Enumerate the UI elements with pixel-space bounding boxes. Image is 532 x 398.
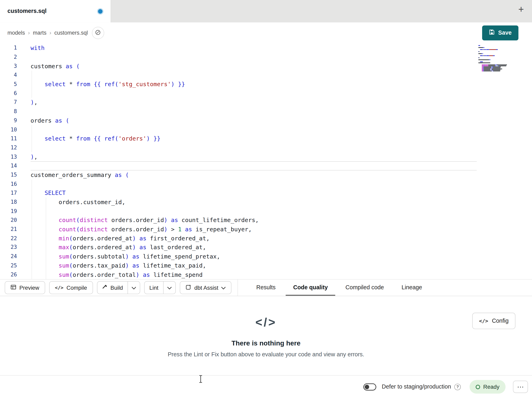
build-split-button: Build xyxy=(97,281,140,294)
panel-tabs: Results Code quality Compiled code Linea… xyxy=(247,280,431,296)
code-text[interactable] xyxy=(31,71,477,80)
editor-toolbar: Preview </> Compile Build Lint xyxy=(0,279,532,296)
code-line[interactable]: 8 xyxy=(0,107,532,116)
save-button[interactable]: Save xyxy=(482,26,519,40)
code-text[interactable] xyxy=(31,179,477,189)
empty-state-title: There is nothing here xyxy=(232,339,300,347)
code-line[interactable]: 25 sum(orders.tax_paid) as lifetime_tax_… xyxy=(0,261,532,270)
dbt-assist-label: dbt Assist xyxy=(194,284,218,291)
code-text[interactable]: count(distinct orders.order_id) as count… xyxy=(31,215,477,225)
code-line[interactable]: 3customers as ( xyxy=(0,62,532,71)
code-editor[interactable]: 1with23customers as (45 select * from {{… xyxy=(0,44,532,279)
code-text[interactable]: ), xyxy=(31,152,477,161)
panel-tab-compiled-code[interactable]: Compiled code xyxy=(337,280,393,296)
code-line[interactable]: 10 xyxy=(0,125,532,134)
line-number: 2 xyxy=(0,54,17,60)
panel-tab-code-quality[interactable]: Code quality xyxy=(285,280,337,296)
code-line[interactable]: 7), xyxy=(0,98,532,107)
code-line[interactable]: 2 xyxy=(0,52,532,62)
lint-split-button: Lint xyxy=(144,281,176,294)
code-text[interactable]: SELECT xyxy=(31,189,477,197)
minimap[interactable] xyxy=(478,45,509,72)
line-number: 12 xyxy=(0,144,17,150)
line-number: 18 xyxy=(0,199,17,205)
breadcrumb-models[interactable]: models xyxy=(7,30,25,36)
panel-tab-lineage[interactable]: Lineage xyxy=(393,280,431,296)
code-text[interactable]: ), xyxy=(31,98,477,107)
dbt-assist-button[interactable]: dbt Assist xyxy=(180,281,232,294)
code-line[interactable]: 16 xyxy=(0,179,532,189)
code-text[interactable]: with xyxy=(31,44,477,52)
code-line[interactable]: 1with xyxy=(0,44,532,52)
code-line[interactable]: 20 count(distinct orders.order_id) as co… xyxy=(0,215,532,225)
code-line[interactable]: 11 select * from {{ ref('orders') }} xyxy=(0,134,532,143)
unsaved-indicator-dot xyxy=(98,9,103,13)
hammer-icon xyxy=(102,284,108,291)
code-text[interactable]: orders as ( xyxy=(31,116,477,125)
code-line[interactable]: 23 max(orders.ordered_at) as last_ordere… xyxy=(0,243,532,252)
defer-toggle[interactable] xyxy=(363,383,376,390)
code-text[interactable]: select * from {{ ref('orders') }} xyxy=(31,134,477,143)
code-line[interactable]: 12 xyxy=(0,143,532,152)
line-number: 7 xyxy=(0,99,17,105)
lint-label: Lint xyxy=(149,284,158,291)
code-line[interactable]: 4 xyxy=(0,71,532,80)
save-label: Save xyxy=(498,30,512,36)
overflow-menu-button[interactable]: ⋯ xyxy=(513,381,528,393)
code-text[interactable]: sum(orders.tax_paid) as lifetime_tax_pai… xyxy=(31,261,477,270)
code-text[interactable] xyxy=(31,125,477,134)
tab-customers-sql[interactable]: customers.sql xyxy=(0,0,111,22)
code-text[interactable]: sum(orders.order_total) as lifetime_spen… xyxy=(31,270,477,279)
compile-button[interactable]: </> Compile xyxy=(49,281,93,294)
code-text[interactable] xyxy=(31,161,477,170)
code-line[interactable]: 18 orders.customer_id, xyxy=(0,197,532,207)
breadcrumb-file: customers.sql xyxy=(54,30,88,36)
ready-circle-icon xyxy=(476,385,480,389)
code-text[interactable]: min(orders.ordered_at) as first_ordered_… xyxy=(31,234,477,243)
code-text[interactable] xyxy=(31,89,477,98)
code-lines: 1with23customers as (45 select * from {{… xyxy=(0,44,532,279)
code-text[interactable]: select * from {{ ref('stg_customers') }} xyxy=(31,80,477,89)
code-text[interactable]: max(orders.ordered_at) as last_ordered_a… xyxy=(31,243,477,252)
help-icon[interactable]: ? xyxy=(454,384,461,390)
code-line[interactable]: 24 sum(orders.subtotal) as lifetime_spen… xyxy=(0,252,532,261)
code-line[interactable]: 26 sum(orders.order_total) as lifetime_s… xyxy=(0,270,532,279)
code-line[interactable]: 21 count(distinct orders.order_id) > 1 a… xyxy=(0,225,532,234)
code-text[interactable]: customers as ( xyxy=(31,62,477,71)
code-text[interactable]: orders.customer_id, xyxy=(31,197,477,207)
build-button[interactable]: Build xyxy=(97,281,127,294)
lint-dropdown-button[interactable] xyxy=(163,281,175,294)
code-line[interactable]: 19 xyxy=(0,207,532,215)
file-action-button[interactable] xyxy=(92,27,104,39)
line-number: 6 xyxy=(0,90,17,96)
panel-tab-results[interactable]: Results xyxy=(247,280,284,296)
line-number: 3 xyxy=(0,63,17,69)
code-text[interactable] xyxy=(31,207,477,215)
code-line[interactable]: 17 SELECT xyxy=(0,189,532,197)
breadcrumb-marts[interactable]: marts xyxy=(33,30,46,36)
table-icon xyxy=(10,284,16,291)
code-text[interactable] xyxy=(31,107,477,116)
code-text[interactable]: count(distinct orders.order_id) > 1 as i… xyxy=(31,225,477,234)
code-line[interactable]: 15customer_orders_summary as ( xyxy=(0,170,532,179)
code-line[interactable]: 6 xyxy=(0,89,532,98)
status-badge[interactable]: Ready xyxy=(470,380,506,394)
new-tab-button[interactable]: + xyxy=(518,5,524,14)
code-text[interactable]: sum(orders.subtotal) as lifetime_spend_p… xyxy=(31,252,477,261)
code-line[interactable]: 9orders as ( xyxy=(0,116,532,125)
code-line[interactable]: 13), xyxy=(0,152,532,161)
code-text[interactable] xyxy=(31,143,477,152)
chevron-down-icon xyxy=(222,284,226,291)
ai-edit-icon xyxy=(185,284,191,291)
build-dropdown-button[interactable] xyxy=(128,281,140,294)
code-line[interactable]: 5 select * from {{ ref('stg_customers') … xyxy=(0,80,532,89)
code-quality-panel: </> Config </> There is nothing here Pre… xyxy=(0,296,532,375)
line-number: 17 xyxy=(0,190,17,196)
code-line[interactable]: 14 xyxy=(0,161,532,170)
code-line[interactable]: 22 min(orders.ordered_at) as first_order… xyxy=(0,234,532,243)
code-text[interactable]: customer_orders_summary as ( xyxy=(31,170,477,179)
preview-button[interactable]: Preview xyxy=(5,281,45,294)
code-text[interactable] xyxy=(31,52,477,62)
line-number: 15 xyxy=(0,172,17,178)
lint-button[interactable]: Lint xyxy=(145,281,163,294)
